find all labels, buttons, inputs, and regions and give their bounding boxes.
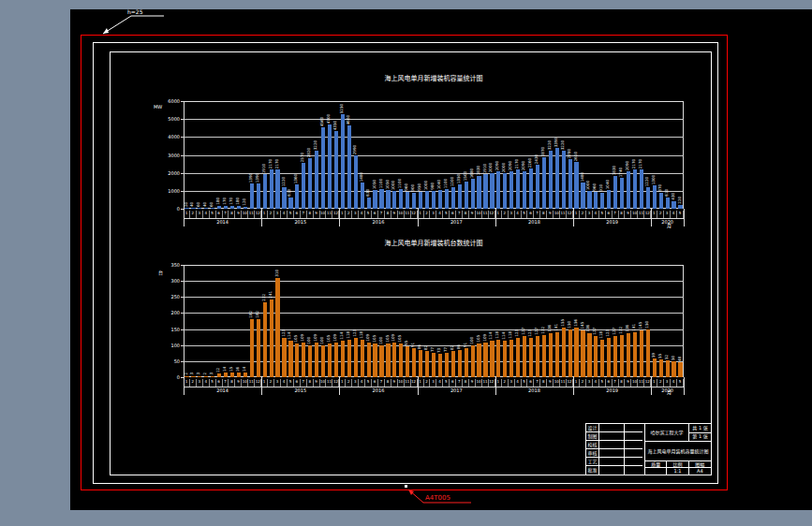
bar-value-label: 127 — [522, 328, 525, 335]
month-label: 12 — [255, 379, 261, 387]
axis-divider — [184, 387, 684, 387]
bar-value-label: 123 — [282, 329, 286, 337]
bar — [328, 343, 332, 377]
bar — [386, 343, 390, 377]
month-label: 8 — [619, 379, 626, 387]
bar — [302, 343, 305, 377]
month-label: 4 — [359, 379, 365, 387]
bar — [568, 329, 572, 377]
y-tick-label: 300 — [159, 278, 180, 284]
bar-value-label: 109 — [301, 334, 304, 342]
y-tick — [181, 297, 184, 298]
bar — [555, 332, 559, 377]
bar-value-label: 114 — [489, 332, 493, 340]
bar — [613, 336, 617, 377]
bar-value-label: 123 — [528, 329, 532, 337]
month-label: 7 — [613, 379, 619, 387]
bar-value-label: 109 — [314, 334, 317, 342]
year-label: 2018 — [495, 387, 573, 393]
tb-date-cell — [625, 441, 642, 449]
y-tick — [181, 345, 184, 346]
y-tick-label: 0 — [159, 374, 180, 380]
y-tick — [181, 313, 184, 314]
bar-value-label: 114 — [502, 332, 506, 340]
bar — [191, 376, 195, 377]
month-label: 9 — [547, 379, 554, 387]
y-tick-label: 150 — [159, 327, 180, 332]
bar — [373, 343, 376, 377]
bar-value-label: 155 — [561, 319, 565, 327]
month-label: 5 — [522, 379, 528, 387]
bar — [244, 373, 247, 377]
bar — [574, 328, 578, 377]
bar — [412, 348, 416, 377]
bar-value-label: 241 — [269, 291, 273, 299]
bar — [425, 351, 429, 377]
month-label: 9 — [469, 379, 476, 387]
tb-row-label: 制图 — [586, 432, 599, 441]
month-label: 12 — [644, 379, 651, 387]
bar — [334, 343, 338, 377]
bar-value-label: 150 — [645, 321, 649, 329]
bar-value-label: 95 — [405, 341, 408, 345]
bar — [549, 333, 553, 377]
tb-date-cell — [625, 432, 642, 441]
month-label: 3 — [664, 379, 671, 387]
month-label: 1 — [184, 379, 190, 387]
month-label: 8 — [385, 379, 391, 387]
month-label: 3 — [509, 379, 515, 387]
bar — [627, 333, 630, 377]
bar-value-label: 100 — [379, 337, 383, 344]
bar — [354, 338, 358, 377]
tb-sign-cell — [599, 441, 625, 449]
sheets-total: 共 1 张 — [689, 424, 711, 433]
y-tick — [181, 281, 184, 282]
bar — [224, 373, 228, 377]
bar-value-label: 182 — [256, 311, 259, 318]
bar — [275, 278, 279, 377]
bar-value-label: 114 — [288, 332, 291, 340]
month-label: 1 — [418, 379, 424, 387]
year-separator — [684, 377, 685, 395]
bar-value-label: 127 — [613, 328, 616, 335]
month-label: 12 — [411, 379, 418, 387]
month-label: 5 — [677, 379, 684, 387]
bar-value-label: 100 — [320, 337, 324, 344]
bar-value-label: 77 — [444, 347, 448, 352]
size-label: 图幅 — [689, 461, 711, 468]
title-block-top-row: 哈尔滨工程大学 共 1 张 第 1 张 — [645, 424, 711, 442]
scale-label: 比例 — [667, 461, 688, 468]
bar — [392, 343, 396, 377]
month-label: 10 — [632, 379, 639, 387]
bar-value-label: 16 — [236, 367, 240, 372]
bar — [646, 329, 650, 377]
bar — [438, 354, 442, 377]
title-block-bottom-grid: 质量 比例 图幅 1:1 A4 — [645, 461, 711, 475]
bar — [458, 350, 462, 377]
tb-row-label: 批准 — [586, 466, 599, 475]
bar — [321, 345, 325, 377]
bar — [379, 345, 383, 377]
year-label: 2020 — [651, 387, 684, 393]
mass-label: 质量 — [645, 461, 667, 468]
bar-value-label: 105 — [294, 335, 298, 343]
month-label: 2 — [190, 379, 197, 387]
bar-value-label: 48 — [678, 357, 682, 361]
bar — [581, 330, 584, 377]
bar-value-label: 14 — [243, 367, 246, 372]
bar — [659, 359, 663, 377]
bar-value-label: 141 — [632, 324, 636, 331]
bar-value-label: 118 — [509, 331, 512, 339]
month-label: 9 — [391, 379, 398, 387]
month-label: 1 — [573, 379, 580, 387]
month-label: 8 — [229, 379, 236, 387]
year-label: 2019 — [573, 387, 651, 393]
bar — [594, 336, 598, 377]
bar-value-label: 109 — [483, 334, 487, 342]
month-label: 10 — [242, 379, 248, 387]
bar — [341, 341, 345, 377]
bar — [523, 336, 526, 377]
size-value: A4 — [689, 468, 711, 475]
tb-row-label: 校核 — [586, 441, 599, 449]
bar-value-label: 109 — [366, 334, 370, 342]
